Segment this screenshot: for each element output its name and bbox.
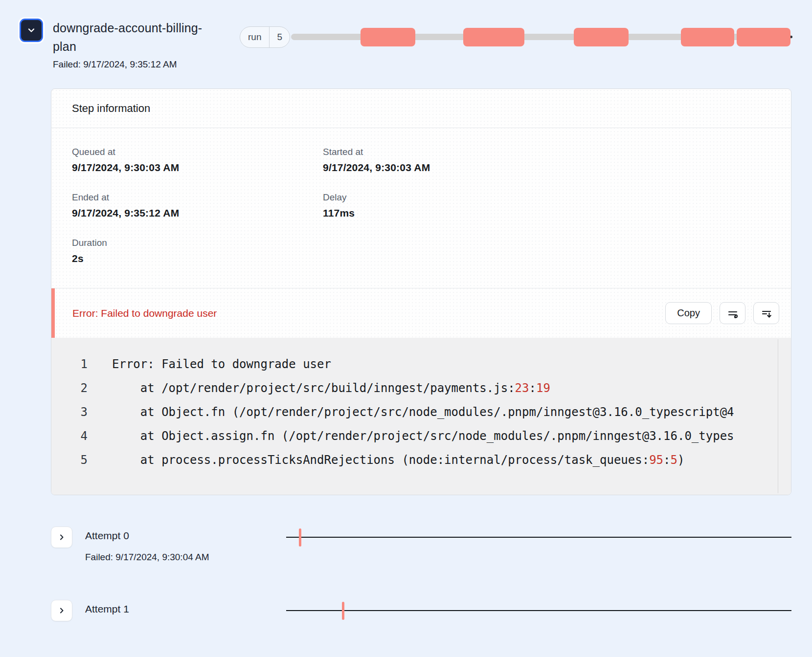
attempt-status: Failed: 9/17/2024, 9:30:04 AM: [85, 552, 209, 563]
run-badge-count: 5: [269, 27, 290, 47]
title-block: downgrade-account-billing-plan Failed: 9…: [53, 19, 220, 70]
run-timeline[interactable]: [291, 26, 791, 48]
error-message: Error: Failed to downgrade user: [72, 307, 217, 319]
run-details-page: downgrade-account-billing-plan Failed: 9…: [0, 0, 812, 657]
line-text: at process.processTicksAndRejections (no…: [112, 448, 684, 472]
step-information-card: Step information Queued at9/17/2024, 9:3…: [51, 88, 791, 495]
info-field-label: Started at: [323, 147, 770, 157]
attempt-label: Attempt 0: [85, 530, 209, 542]
timeline-run-segment[interactable]: [463, 28, 524, 46]
error-actions: Copy: [665, 302, 779, 324]
step-header: downgrade-account-billing-plan Failed: 9…: [0, 0, 812, 70]
collapse-step-button[interactable]: [20, 19, 43, 42]
line-number: 5: [80, 448, 88, 472]
timeline-run-segment[interactable]: [361, 28, 415, 46]
line-number: 1: [80, 352, 88, 376]
attempt-row: Attempt 1: [51, 600, 791, 621]
step-info-grid: Queued at9/17/2024, 9:30:03 AMStarted at…: [51, 128, 791, 288]
timeline-run-segment[interactable]: [737, 28, 790, 46]
attempt-meta: Attempt 0 Failed: 9/17/2024, 9:30:04 AM: [85, 526, 209, 563]
attempt-failure-tick: [342, 602, 344, 620]
step-title: downgrade-account-billing-plan: [53, 19, 220, 56]
stack-trace-block[interactable]: 1Error: Failed to downgrade user2 at /op…: [51, 338, 791, 495]
info-field-value: 2s: [72, 253, 323, 264]
line-text: at Object.assign.fn (/opt/render/project…: [112, 424, 734, 448]
attempt-expand-button[interactable]: [51, 600, 72, 621]
timeline-run-segment[interactable]: [574, 28, 629, 46]
attempt-timeline[interactable]: [286, 610, 791, 611]
attempt-label: Attempt 1: [85, 603, 129, 615]
info-field-value: 117ms: [323, 207, 770, 219]
attempt-expand-button[interactable]: [51, 526, 72, 548]
info-field-label: Ended at: [72, 192, 323, 203]
error-banner: Error: Failed to downgrade user Copy: [51, 288, 791, 338]
timeline-area: run 5: [240, 26, 791, 48]
scroll-to-bottom-icon: [761, 307, 772, 319]
info-field-label: Duration: [72, 238, 323, 248]
copy-button[interactable]: Copy: [665, 302, 712, 324]
attempts-list: Attempt 0 Failed: 9/17/2024, 9:30:04 AM …: [51, 526, 791, 621]
code-scrollbar-track: [778, 339, 778, 493]
attempt-failure-tick: [299, 528, 301, 547]
stack-trace-line: 3 at Object.fn (/opt/render/project/src/…: [51, 400, 791, 424]
attempt-row: Attempt 0 Failed: 9/17/2024, 9:30:04 AM: [51, 526, 791, 563]
chevron-right-icon: [58, 533, 66, 541]
stack-trace-line: 2 at /opt/render/project/src/build/innge…: [51, 376, 791, 400]
run-badge-label: run: [240, 27, 269, 47]
step-status: Failed: 9/17/2024, 9:35:12 AM: [53, 59, 220, 70]
line-text: at /opt/render/project/src/build/inngest…: [112, 376, 550, 400]
stack-trace-line: 5 at process.processTicksAndRejections (…: [51, 448, 791, 472]
error-accent-bar: [51, 288, 55, 338]
info-field-value: 9/17/2024, 9:35:12 AM: [72, 207, 323, 219]
wrap-text-icon: [727, 307, 739, 319]
info-field: Ended at9/17/2024, 9:35:12 AM: [72, 192, 323, 219]
info-field: Delay117ms: [323, 192, 770, 219]
info-field-label: Queued at: [72, 147, 323, 157]
info-field-label: Delay: [323, 192, 770, 203]
timeline-run-segment[interactable]: [681, 28, 734, 46]
wrap-text-button[interactable]: [720, 302, 745, 324]
line-text: Error: Failed to downgrade user: [112, 352, 331, 376]
info-field: Queued at9/17/2024, 9:30:03 AM: [72, 147, 323, 174]
line-number: 3: [80, 400, 88, 424]
line-number: 4: [80, 424, 88, 448]
chevron-down-icon: [26, 25, 36, 35]
card-title: Step information: [51, 89, 791, 128]
stack-trace-line: 4 at Object.assign.fn (/opt/render/proje…: [51, 424, 791, 448]
line-number: 2: [80, 376, 88, 400]
info-field: Started at9/17/2024, 9:30:03 AM: [323, 147, 770, 174]
scroll-to-bottom-button[interactable]: [753, 302, 779, 324]
chevron-right-icon: [58, 607, 66, 614]
attempt-meta: Attempt 1: [85, 600, 129, 615]
run-count-badge[interactable]: run 5: [240, 26, 290, 48]
stack-trace-line: 1Error: Failed to downgrade user: [51, 352, 791, 376]
attempt-timeline[interactable]: [286, 537, 791, 538]
info-field: Duration2s: [72, 238, 323, 264]
line-text: at Object.fn (/opt/render/project/src/no…: [112, 400, 734, 424]
info-field-value: 9/17/2024, 9:30:03 AM: [323, 162, 770, 174]
info-field-value: 9/17/2024, 9:30:03 AM: [72, 162, 323, 174]
